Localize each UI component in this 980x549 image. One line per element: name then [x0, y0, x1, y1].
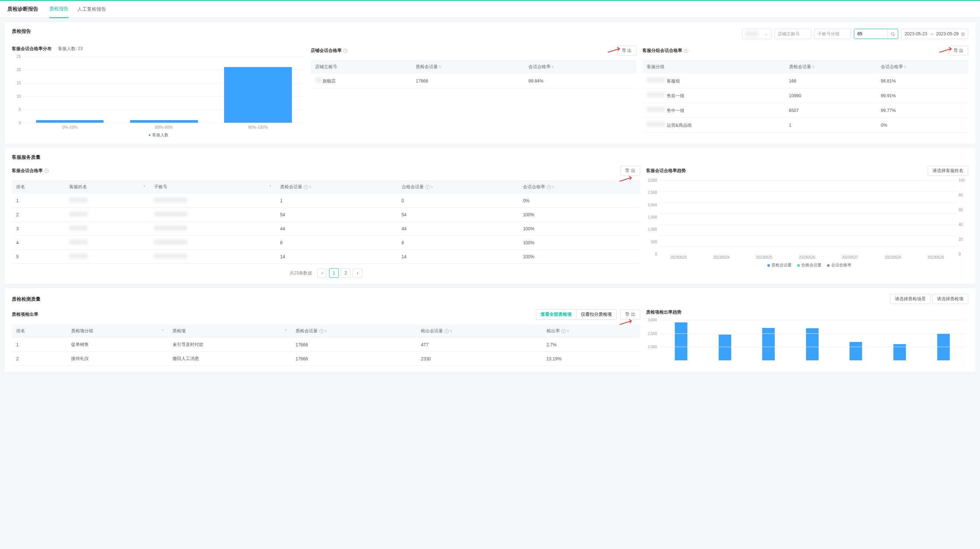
group-rate-table: 客服分组 质检会话量⇅ 会话合格率⇅ 客服组16898.81% 售前一组1099… — [643, 60, 968, 133]
sort-icon: ⇅ — [439, 65, 442, 69]
table-row: 运营&商品组10% — [643, 118, 968, 133]
group-rate-title: 客服分组会话合格率 — [643, 48, 682, 53]
svg-point-0 — [891, 32, 894, 35]
detect-sub-title: 质检项检出率 — [12, 311, 38, 318]
sort-icon: ⇅ — [551, 65, 554, 69]
panel-agent-rate: 客服会话合格率? 导 出 排名 客服姓名▾ 子账号▾ 质检会话量?⇅ 合格会话量… — [12, 166, 640, 278]
table-row: 1促单销售未引导及时付款176664772.7% — [12, 338, 640, 352]
col-rank: 排名 — [12, 324, 67, 338]
tab-manual-recheck[interactable]: 人工复检报告 — [77, 1, 106, 18]
calendar-icon: ▦ — [961, 31, 965, 37]
select-generic[interactable]: ⌄ — [742, 29, 772, 39]
pagination: 共23条数据 ‹ 1 2 › — [12, 268, 640, 278]
info-icon: ? — [44, 169, 49, 173]
trend-title: 客服会话合格率趋势 — [646, 168, 686, 174]
export-button-detect[interactable]: 导 出 — [620, 310, 640, 320]
svg-line-1 — [894, 35, 895, 36]
pagination-total: 共23条数据 — [290, 270, 312, 276]
search-wrap — [854, 29, 898, 39]
info-icon: ? — [684, 49, 688, 53]
search-input[interactable] — [854, 29, 888, 39]
trend-xlabels: 2023052320230524202305252023052620230527… — [646, 255, 968, 259]
input-shop-account[interactable]: 店铺主账号 — [774, 29, 811, 39]
detect-trend-chart: 2,0002,5003,000 — [646, 320, 968, 360]
page-next-button[interactable]: › — [353, 268, 362, 278]
panel-group-rate: 客服分组会话合格率? 导 出 客服分组 质检会话量⇅ 会话合格率⇅ 客服组168… — [643, 46, 968, 138]
toggle-all[interactable]: 查看全部质检项 — [536, 310, 576, 320]
table-row: 旗舰店1766699.84% — [311, 74, 636, 88]
select-agent-button[interactable]: 请选择客服姓名 — [928, 166, 968, 176]
date-range-picker[interactable]: 2023-05-23 → 2023-05-29 ▦ — [901, 29, 968, 39]
filter-icon: ▾ — [143, 184, 145, 188]
page-prev-button[interactable]: ‹ — [317, 268, 327, 278]
arrow-right-icon: → — [929, 31, 934, 37]
col-rate[interactable]: 会话合格率⇅ — [524, 60, 636, 74]
card-detect-quality: 质检检测质量 请选择质检场景 请选择质检项 质检项检出率 查看全部质检项 仅看扣… — [5, 288, 975, 372]
table-row: 客服组16898.81% — [643, 74, 968, 88]
agent-rate-table: 排名 客服姓名▾ 子账号▾ 质检会话量?⇅ 合格会话量?⇅ 会话合格率?⇅ 11… — [12, 180, 640, 264]
page-title: 质检诊断报告 — [7, 6, 38, 13]
panel-distribution: 客服会话合格率分布 客服人数: 23 05101520250%-10%80%-9… — [12, 46, 305, 138]
detect-trend-title: 质检项检出率趋势 — [646, 309, 681, 315]
col-ok[interactable]: 合格会话量?⇅ — [397, 180, 519, 194]
section-title: 质检报告 — [12, 28, 31, 35]
distribution-chart: 05101520250%-10%80%-90%90%-100% — [12, 56, 305, 130]
col-group: 客服分组 — [643, 60, 784, 74]
col-hit[interactable]: 检出会话量?⇅ — [417, 324, 542, 338]
dist-title: 客服会话合格率分布 — [12, 46, 52, 51]
shop-rate-table: 店铺主账号 质检会话量⇅ 会话合格率⇅ 旗舰店1766699.84% — [311, 60, 636, 88]
table-row: 1100% — [12, 194, 640, 208]
col-rate[interactable]: 会话合格率⇅ — [877, 60, 968, 74]
table-row: 售中一组650799.77% — [643, 103, 968, 118]
col-group[interactable]: 质检项分组▾ — [67, 324, 168, 338]
col-name[interactable]: 客服姓名▾ — [65, 180, 150, 194]
topbar: 质检诊断报告 质检报告 人工复检报告 — [0, 0, 980, 18]
dist-legend: 客服人数 — [12, 132, 305, 138]
detect-title: 质检检测质量 — [12, 296, 41, 302]
tab-quality-report[interactable]: 质检报告 — [49, 0, 68, 18]
info-icon: ? — [343, 49, 348, 53]
arrow-annotation — [607, 46, 622, 55]
panel-trend: 客服会话合格率趋势 请选择客服姓名 05001,0001,5002,0002,5… — [646, 166, 968, 278]
select-scene-button[interactable]: 请选择质检场景 — [890, 294, 931, 304]
toggle-deduct-only[interactable]: 仅看扣分质检项 — [576, 310, 616, 320]
col-item[interactable]: 质检项▾ — [168, 324, 291, 338]
card-service-quality: 客服服务质量 客服会话合格率? 导 出 排名 客服姓名▾ 子账号▾ 质检会话量?… — [5, 148, 975, 284]
shop-rate-title: 店铺会话合格率 — [311, 48, 342, 53]
filters: ⌄ 店铺主账号 子账号分组 2023-05-23 → 2023-05-29 ▦ — [742, 29, 968, 39]
input-sub-group[interactable]: 子账号分组 — [814, 29, 851, 39]
detect-rate-table: 排名 质检项分组▾ 质检项▾ 质检会话量?⇅ 检出会话量?⇅ 检出率?⇅ 1促单… — [12, 324, 640, 366]
quality-title: 客服服务质量 — [12, 154, 968, 161]
table-row: 488100% — [12, 236, 640, 250]
col-vol[interactable]: 质检会话量⇅ — [785, 60, 877, 74]
panel-shop-rate: 店铺会话合格率? 导 出 店铺主账号 质检会话量⇅ 会话合格率⇅ 旗舰店1766… — [311, 46, 636, 138]
table-row: 售前一组1099099.91% — [643, 88, 968, 103]
dist-count: 客服人数: 23 — [58, 46, 83, 51]
select-item-button[interactable]: 请选择质检项 — [932, 294, 968, 304]
page-1-button[interactable]: 1 — [329, 268, 339, 278]
table-row: 25454100% — [12, 208, 640, 222]
trend-chart: 05001,0001,5002,0002,5003,00002040608010… — [646, 180, 968, 254]
arrow-annotation — [619, 319, 633, 327]
arrow-annotation — [939, 46, 953, 55]
agent-rate-title: 客服会话合格率 — [12, 168, 43, 173]
table-row: 2接待礼仪撤回人工消息17666233013.19% — [12, 352, 640, 366]
panel-detect-rate: 质检项检出率 查看全部质检项 仅看扣分质检项 导 出 排 — [12, 309, 640, 366]
date-from: 2023-05-23 — [904, 31, 927, 37]
col-vol[interactable]: 质检会话量⇅ — [411, 60, 524, 74]
col-vol[interactable]: 质检会话量?⇅ — [291, 324, 417, 338]
export-button-quality[interactable]: 导 出 — [620, 166, 640, 176]
table-row: 34444100% — [12, 222, 640, 236]
col-vol[interactable]: 质检会话量?⇅ — [276, 180, 397, 194]
view-toggle-group: 查看全部质检项 仅看扣分质检项 — [536, 309, 617, 320]
table-row: 51414100% — [12, 250, 640, 264]
page-2-button[interactable]: 2 — [341, 268, 350, 278]
date-to: 2023-05-29 — [936, 31, 959, 37]
col-sub[interactable]: 子账号▾ — [150, 180, 276, 194]
filter-icon: ▾ — [269, 184, 271, 188]
search-button[interactable] — [888, 29, 898, 39]
col-shop: 店铺主账号 — [311, 60, 411, 74]
trend-legend: 质检会话量 合格会话量 会话合格率 — [646, 263, 968, 268]
search-icon — [891, 32, 895, 37]
arrow-annotation — [619, 175, 633, 184]
